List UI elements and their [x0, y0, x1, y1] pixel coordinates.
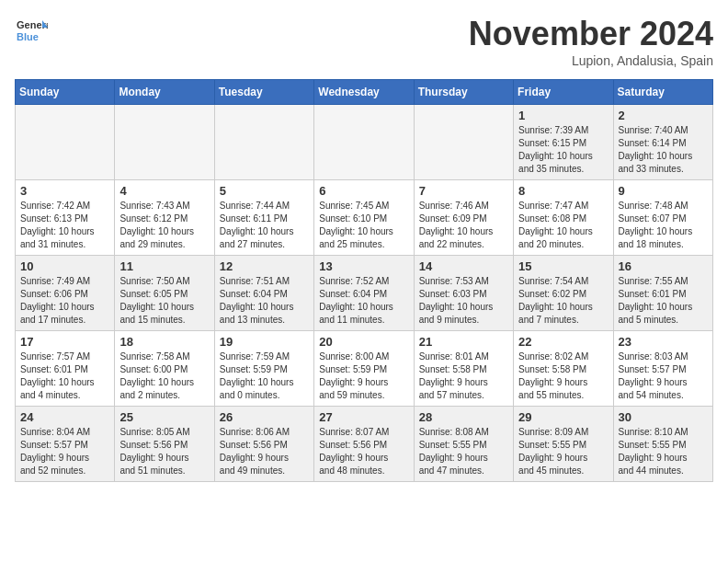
day-number: 4: [119, 184, 209, 198]
page-header: General Blue November 2024 Lupion, Andal…: [15, 15, 713, 68]
calendar-cell: 16Sunrise: 7:55 AM Sunset: 6:01 PM Dayli…: [613, 256, 712, 331]
day-number: 5: [220, 184, 309, 198]
day-number: 19: [220, 335, 309, 349]
day-info: Sunrise: 7:40 AM Sunset: 6:14 PM Dayligh…: [619, 124, 708, 176]
day-info: Sunrise: 7:46 AM Sunset: 6:09 PM Dayligh…: [419, 200, 508, 251]
calendar-cell: 30Sunrise: 8:10 AM Sunset: 5:55 PM Dayli…: [613, 407, 712, 482]
location: Lupion, Andalusia, Spain: [469, 53, 713, 68]
day-number: 23: [619, 335, 708, 349]
calendar-cell: 26Sunrise: 8:06 AM Sunset: 5:56 PM Dayli…: [214, 407, 313, 482]
day-info: Sunrise: 8:09 AM Sunset: 5:55 PM Dayligh…: [518, 426, 608, 477]
calendar-header-sunday: Sunday: [16, 80, 115, 105]
day-info: Sunrise: 8:01 AM Sunset: 5:58 PM Dayligh…: [419, 350, 508, 402]
calendar-cell: 24Sunrise: 8:04 AM Sunset: 5:57 PM Dayli…: [16, 407, 115, 482]
calendar-cell: 28Sunrise: 8:08 AM Sunset: 5:55 PM Dayli…: [414, 407, 513, 482]
day-info: Sunrise: 7:44 AM Sunset: 6:11 PM Dayligh…: [220, 200, 309, 251]
calendar-header-monday: Monday: [115, 80, 214, 105]
day-number: 28: [419, 410, 508, 424]
calendar-cell: 18Sunrise: 7:58 AM Sunset: 6:00 PM Dayli…: [115, 331, 214, 407]
calendar-cell: 2Sunrise: 7:40 AM Sunset: 6:14 PM Daylig…: [613, 105, 712, 180]
calendar-cell: 7Sunrise: 7:46 AM Sunset: 6:09 PM Daylig…: [414, 180, 513, 256]
day-number: 22: [518, 335, 608, 349]
calendar-cell: 14Sunrise: 7:53 AM Sunset: 6:03 PM Dayli…: [414, 256, 513, 331]
calendar-header-tuesday: Tuesday: [214, 80, 313, 105]
calendar-cell: [115, 105, 214, 180]
day-info: Sunrise: 8:10 AM Sunset: 5:55 PM Dayligh…: [619, 426, 708, 477]
day-info: Sunrise: 7:49 AM Sunset: 6:06 PM Dayligh…: [20, 275, 109, 327]
day-number: 17: [20, 335, 109, 349]
day-info: Sunrise: 7:50 AM Sunset: 6:05 PM Dayligh…: [119, 275, 209, 327]
day-number: 3: [20, 184, 109, 198]
day-number: 18: [119, 335, 209, 349]
calendar-cell: 4Sunrise: 7:43 AM Sunset: 6:12 PM Daylig…: [115, 180, 214, 256]
day-info: Sunrise: 7:52 AM Sunset: 6:04 PM Dayligh…: [319, 275, 408, 327]
calendar-cell: 27Sunrise: 8:07 AM Sunset: 5:56 PM Dayli…: [314, 407, 414, 482]
day-number: 16: [619, 259, 708, 273]
day-info: Sunrise: 8:06 AM Sunset: 5:56 PM Dayligh…: [220, 426, 309, 477]
day-number: 27: [319, 410, 408, 424]
day-info: Sunrise: 8:00 AM Sunset: 5:59 PM Dayligh…: [319, 350, 408, 402]
day-info: Sunrise: 7:51 AM Sunset: 6:04 PM Dayligh…: [220, 275, 309, 327]
day-number: 15: [518, 259, 608, 273]
logo-svg: General Blue: [15, 15, 48, 48]
day-number: 11: [119, 259, 209, 273]
calendar-cell: 22Sunrise: 8:02 AM Sunset: 5:58 PM Dayli…: [514, 331, 613, 407]
calendar-cell: 10Sunrise: 7:49 AM Sunset: 6:06 PM Dayli…: [16, 256, 115, 331]
day-number: 30: [619, 410, 708, 424]
calendar-header-friday: Friday: [514, 80, 613, 105]
day-number: 10: [20, 259, 109, 273]
calendar-cell: 13Sunrise: 7:52 AM Sunset: 6:04 PM Dayli…: [314, 256, 414, 331]
day-info: Sunrise: 8:02 AM Sunset: 5:58 PM Dayligh…: [518, 350, 608, 402]
day-number: 13: [319, 259, 408, 273]
calendar-cell: [214, 105, 313, 180]
day-number: 26: [220, 410, 309, 424]
svg-text:Blue: Blue: [17, 31, 39, 42]
calendar-cell: 29Sunrise: 8:09 AM Sunset: 5:55 PM Dayli…: [514, 407, 613, 482]
day-info: Sunrise: 7:42 AM Sunset: 6:13 PM Dayligh…: [20, 200, 109, 251]
day-number: 14: [419, 259, 508, 273]
day-number: 1: [518, 109, 608, 122]
day-number: 7: [419, 184, 508, 198]
calendar-cell: [414, 105, 513, 180]
day-info: Sunrise: 7:43 AM Sunset: 6:12 PM Dayligh…: [119, 200, 209, 251]
calendar-cell: [314, 105, 414, 180]
day-number: 25: [119, 410, 209, 424]
calendar-cell: 6Sunrise: 7:45 AM Sunset: 6:10 PM Daylig…: [314, 180, 414, 256]
day-info: Sunrise: 7:54 AM Sunset: 6:02 PM Dayligh…: [518, 275, 608, 327]
day-number: 29: [518, 410, 608, 424]
calendar-cell: 17Sunrise: 7:57 AM Sunset: 6:01 PM Dayli…: [16, 331, 115, 407]
calendar-cell: 15Sunrise: 7:54 AM Sunset: 6:02 PM Dayli…: [514, 256, 613, 331]
day-info: Sunrise: 7:53 AM Sunset: 6:03 PM Dayligh…: [419, 275, 508, 327]
day-info: Sunrise: 7:39 AM Sunset: 6:15 PM Dayligh…: [518, 124, 608, 176]
calendar-header-thursday: Thursday: [414, 80, 513, 105]
calendar-cell: 8Sunrise: 7:47 AM Sunset: 6:08 PM Daylig…: [514, 180, 613, 256]
day-info: Sunrise: 8:07 AM Sunset: 5:56 PM Dayligh…: [319, 426, 408, 477]
title-block: November 2024 Lupion, Andalusia, Spain: [469, 15, 713, 68]
calendar-cell: 5Sunrise: 7:44 AM Sunset: 6:11 PM Daylig…: [214, 180, 313, 256]
calendar-table: SundayMondayTuesdayWednesdayThursdayFrid…: [15, 79, 713, 482]
day-number: 8: [518, 184, 608, 198]
day-number: 2: [619, 109, 708, 122]
calendar-cell: 9Sunrise: 7:48 AM Sunset: 6:07 PM Daylig…: [613, 180, 712, 256]
day-info: Sunrise: 7:55 AM Sunset: 6:01 PM Dayligh…: [619, 275, 708, 327]
day-info: Sunrise: 8:04 AM Sunset: 5:57 PM Dayligh…: [20, 426, 109, 477]
day-number: 9: [619, 184, 708, 198]
calendar-cell: 19Sunrise: 7:59 AM Sunset: 5:59 PM Dayli…: [214, 331, 313, 407]
day-info: Sunrise: 8:08 AM Sunset: 5:55 PM Dayligh…: [419, 426, 508, 477]
day-number: 6: [319, 184, 408, 198]
day-info: Sunrise: 7:45 AM Sunset: 6:10 PM Dayligh…: [319, 200, 408, 251]
day-info: Sunrise: 7:48 AM Sunset: 6:07 PM Dayligh…: [619, 200, 708, 251]
day-number: 20: [319, 335, 408, 349]
month-title: November 2024: [469, 15, 713, 53]
calendar-cell: 21Sunrise: 8:01 AM Sunset: 5:58 PM Dayli…: [414, 331, 513, 407]
calendar-header-wednesday: Wednesday: [314, 80, 414, 105]
calendar-cell: [16, 105, 115, 180]
day-info: Sunrise: 8:03 AM Sunset: 5:57 PM Dayligh…: [619, 350, 708, 402]
calendar-header-saturday: Saturday: [613, 80, 712, 105]
day-number: 21: [419, 335, 508, 349]
calendar-cell: 11Sunrise: 7:50 AM Sunset: 6:05 PM Dayli…: [115, 256, 214, 331]
calendar-cell: 23Sunrise: 8:03 AM Sunset: 5:57 PM Dayli…: [613, 331, 712, 407]
day-info: Sunrise: 7:59 AM Sunset: 5:59 PM Dayligh…: [220, 350, 309, 402]
calendar-cell: 25Sunrise: 8:05 AM Sunset: 5:56 PM Dayli…: [115, 407, 214, 482]
calendar-cell: 1Sunrise: 7:39 AM Sunset: 6:15 PM Daylig…: [514, 105, 613, 180]
